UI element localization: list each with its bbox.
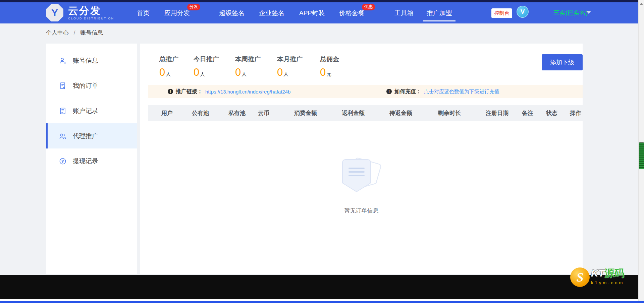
recharge-help-group: ! 如何充值： 点击对应蓝色数值为下级进行充值 — [386, 85, 499, 98]
empty-text: 暂无订单信息 — [140, 207, 583, 215]
add-subordinate-button[interactable]: 添加下级 — [542, 54, 583, 70]
nav-item-promotion[interactable]: 推广加盟 — [427, 2, 452, 23]
nav-item-home[interactable]: 首页 — [137, 2, 150, 23]
breadcrumb: 个人中心 / 账号信息 — [46, 29, 103, 37]
sidebar-item-my-orders[interactable]: 我的订单 — [46, 73, 137, 98]
watermark-brand-kt: KT — [591, 267, 604, 279]
stat-week-promotion: 本周推广 0人 — [235, 55, 261, 78]
logo[interactable]: Y 云分发 CLOUD DISTRIBUTION — [46, 4, 114, 21]
sidebar: 账号信息 我的订单 账户记录 代理推广 提现记录 — [46, 44, 137, 274]
logo-octagon-icon: Y — [46, 4, 63, 21]
info-icon: ! — [386, 89, 392, 94]
nav-item-app-distribution[interactable]: 应用分发 分发 — [164, 2, 190, 23]
nav-item-pricing[interactable]: 价格套餐 优惠 — [339, 2, 365, 23]
nav-item-toolbox[interactable]: 工具箱 — [394, 2, 414, 23]
stat-month-promotion: 本月推广 0人 — [277, 55, 303, 78]
watermark-logo-icon: S — [570, 267, 590, 287]
nav-item-enterprise-sign[interactable]: 企业签名 — [259, 2, 284, 23]
footer — [0, 275, 644, 299]
promotion-link-group: ! 推广链接： https://13.hongll.cn/index/reg/h… — [168, 85, 290, 98]
breadcrumb-account-info: 账号信息 — [80, 29, 103, 36]
bottom-white-strip — [0, 299, 644, 301]
col-private-pool: 私有池 — [228, 105, 246, 121]
top-strip — [0, 0, 644, 2]
discount-badge: 优惠 — [362, 4, 375, 10]
logo-title: 云分发 — [68, 5, 114, 16]
chevron-down-icon[interactable] — [586, 11, 591, 14]
col-pending-rebate: 待返金额 — [389, 105, 412, 121]
ledger-icon — [59, 107, 67, 115]
promotion-link-label: 推广链接： — [176, 88, 203, 95]
nav-item-app-package[interactable]: APP封装 — [299, 2, 325, 23]
watermark: S KT源码 k1ym.com — [570, 267, 625, 287]
distribution-badge: 分发 — [187, 4, 200, 10]
watermark-brand-yuanma: 源码 — [604, 267, 625, 279]
promotion-link[interactable]: https://13.hongll.cn/index/reg/hafat24b — [205, 89, 290, 95]
main-panel: 总推广 0人 今日推广 0人 本周推广 0人 本月推广 0人 总佣金 0元 添加… — [140, 44, 583, 274]
empty-document-icon — [336, 158, 387, 203]
col-user: 用户 — [161, 105, 173, 121]
col-remark: 备注 — [522, 105, 533, 121]
avatar[interactable]: V — [517, 6, 529, 18]
console-button[interactable]: 控制台 — [491, 8, 512, 18]
col-consumption: 消费金额 — [294, 105, 317, 121]
col-remaining-time: 剩余时长 — [438, 105, 461, 121]
user-icon — [59, 57, 67, 65]
logo-subtitle: CLOUD DISTRIBUTION — [68, 17, 114, 20]
notice-bar: ! 推广链接： https://13.hongll.cn/index/reg/h… — [148, 85, 583, 98]
stat-total-promotion: 总推广 0人 — [159, 55, 178, 78]
scrollbar-thumb[interactable] — [639, 142, 644, 169]
col-status: 状态 — [546, 105, 557, 121]
withdraw-icon — [59, 157, 67, 165]
empty-state: 暂无订单信息 — [140, 158, 583, 215]
col-public-pool: 公有池 — [192, 105, 209, 121]
col-action: 操作 — [570, 105, 581, 121]
order-icon — [59, 82, 67, 90]
recharge-label: 如何充值： — [394, 88, 421, 95]
sidebar-item-account-records[interactable]: 账户记录 — [46, 98, 137, 123]
table-header-row: 用户 公有池 私有池 云币 消费金额 返利金额 待返金额 剩余时长 注册日期 备… — [148, 105, 583, 121]
recharge-help-link[interactable]: 点击对应蓝色数值为下级进行充值 — [424, 88, 499, 95]
scrollbar-up-arrow-icon[interactable] — [640, 3, 643, 5]
stat-today-promotion: 今日推广 0人 — [194, 55, 219, 78]
nav-item-super-sign[interactable]: 超级签名 — [219, 2, 245, 23]
stat-total-commission: 总佣金 0元 — [320, 55, 339, 78]
info-icon: ! — [168, 89, 173, 94]
sidebar-item-agent-promotion[interactable]: 代理推广 — [46, 123, 137, 148]
bottom-blue-line — [0, 301, 644, 303]
breadcrumb-separator: / — [74, 29, 75, 36]
col-cloud-coin: 云币 — [258, 105, 269, 121]
username[interactable]: 三实(已实名) — [553, 9, 588, 17]
people-icon — [59, 132, 67, 140]
col-register-date: 注册日期 — [486, 105, 508, 121]
sidebar-item-account-info[interactable]: 账号信息 — [46, 48, 137, 73]
sidebar-item-withdraw-records[interactable]: 提现记录 — [46, 148, 137, 174]
navbar: Y 云分发 CLOUD DISTRIBUTION 首页 应用分发 分发 超级签名… — [0, 2, 644, 23]
col-rebate: 返利金额 — [342, 105, 365, 121]
watermark-domain: k1ym.com — [591, 280, 625, 285]
breadcrumb-personal-center[interactable]: 个人中心 — [46, 29, 69, 36]
vertical-scrollbar[interactable] — [638, 0, 644, 303]
